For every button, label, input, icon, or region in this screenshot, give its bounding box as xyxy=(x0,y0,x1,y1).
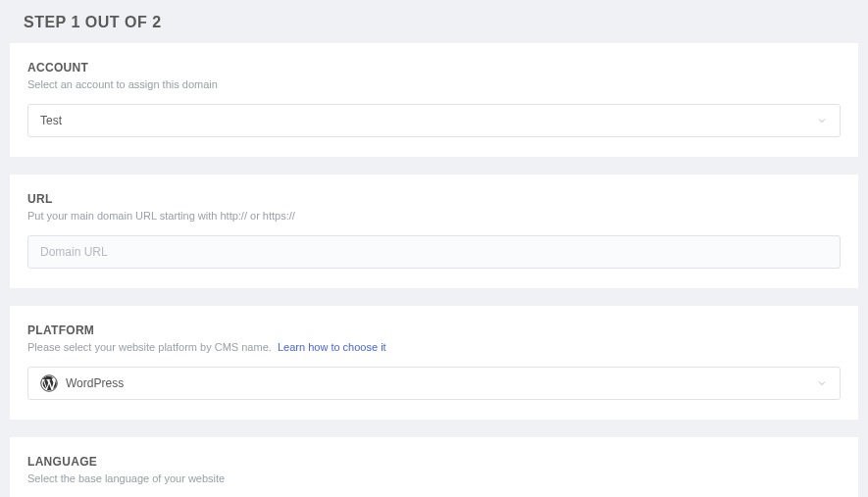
chevron-down-icon xyxy=(816,115,828,126)
url-help: Put your main domain URL starting with h… xyxy=(27,210,841,222)
account-label: ACCOUNT xyxy=(27,61,841,75)
platform-help-text: Please select your website platform by C… xyxy=(27,341,272,353)
platform-label: PLATFORM xyxy=(27,323,841,337)
account-select[interactable]: Test xyxy=(27,104,841,137)
platform-help: Please select your website platform by C… xyxy=(27,341,841,353)
platform-card: PLATFORM Please select your website plat… xyxy=(10,306,858,420)
account-select-value: Test xyxy=(40,114,816,127)
language-card: LANGUAGE Select the base language of you… xyxy=(10,437,858,497)
platform-select-value: WordPress xyxy=(66,376,816,390)
wordpress-icon xyxy=(40,374,58,392)
url-card: URL Put your main domain URL starting wi… xyxy=(10,174,858,288)
url-input[interactable]: Domain URL xyxy=(27,235,841,269)
url-placeholder: Domain URL xyxy=(40,245,108,259)
chevron-down-icon xyxy=(816,377,828,389)
language-label: LANGUAGE xyxy=(27,455,841,469)
url-label: URL xyxy=(27,192,841,206)
account-help: Select an account to assign this domain xyxy=(27,78,841,90)
platform-select[interactable]: WordPress xyxy=(27,367,841,400)
platform-help-link[interactable]: Learn how to choose it xyxy=(278,341,386,353)
language-help: Select the base language of your website xyxy=(27,472,841,484)
account-card: ACCOUNT Select an account to assign this… xyxy=(10,43,858,157)
page-title: STEP 1 OUT OF 2 xyxy=(24,14,858,31)
